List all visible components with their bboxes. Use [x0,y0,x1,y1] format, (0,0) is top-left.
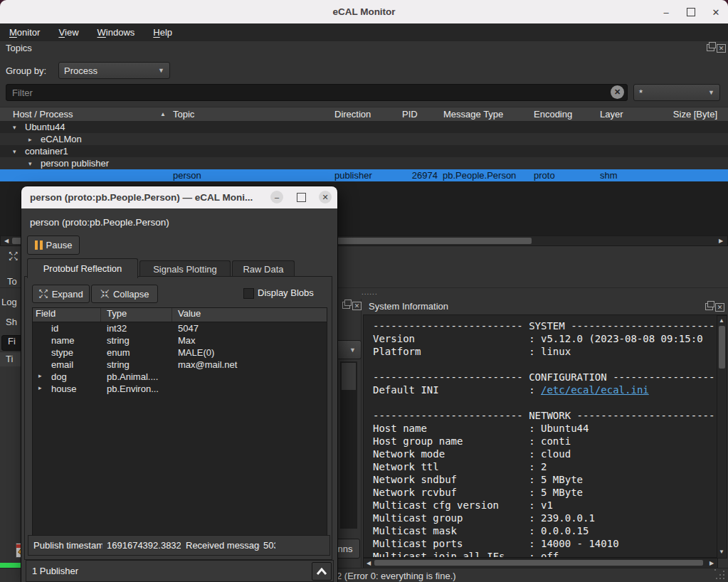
chevron-down-icon[interactable]: ▾ [13,124,20,131]
system-info-hscrollbar[interactable]: ◀ ▶ [363,558,718,568]
column-header-field[interactable]: Field [33,308,101,322]
tab-label: Raw Data [243,264,283,275]
display-blobs-checkbox[interactable] [243,288,254,299]
tree-row-process[interactable]: ▾ person publisher [0,157,728,169]
chevron-down-icon[interactable]: ▾ [13,148,20,155]
column-header-size[interactable]: Size [Byte] [640,109,717,120]
splitter-handle[interactable]: ...... [362,288,378,296]
filter-input[interactable] [6,84,628,101]
cell-type: enum [101,347,172,358]
menu-view[interactable]: View [49,23,88,41]
field-row[interactable]: name string Max [33,334,327,346]
column-header-layer[interactable]: Layer [600,109,623,120]
dock-float-icon[interactable] [705,303,713,310]
dialog-titlebar[interactable]: person (proto:pb.People.Person) — eCAL M… [21,186,337,208]
filter-fragment-text: Fi [8,336,16,346]
filter-scope-value: * [639,88,643,98]
column-header-host-process[interactable]: Host / Process [13,109,73,120]
tree-row-process[interactable]: ▸ eCALMon [0,133,728,145]
chevron-down-icon[interactable]: ▾ [28,160,36,167]
scrollbar-thumb[interactable] [719,326,725,369]
scrollbar-fragment[interactable] [340,361,357,529]
tab-protobuf-reflection[interactable]: Protobuf Reflection [27,258,138,278]
table-row-selected[interactable]: person publisher 26974 pb.People.Person … [0,169,728,181]
chevron-right-icon[interactable]: ▸ [38,372,46,379]
column-header-type[interactable]: Type [101,308,172,322]
menu-windows[interactable]: Windows [88,23,144,41]
field-row[interactable]: id int32 5047 [33,322,327,334]
group-by-select[interactable]: Process ▼ [58,62,170,79]
cell-direction: publisher [334,170,372,181]
cell-field: stype [33,347,101,358]
scrollbar-thumb[interactable] [342,363,356,390]
fields-table: Field Type Value id int32 5047 name stri… [32,307,327,536]
column-header-pid[interactable]: PID [402,109,418,120]
clear-filter-icon[interactable]: ✕ [611,85,624,99]
cell-type: string [101,335,172,346]
dock-close-icon[interactable]: ✕ [352,302,362,310]
time-column-fragment[interactable]: Ti [0,351,21,366]
column-header-message-type[interactable]: Message Type [443,109,503,120]
chevron-right-icon[interactable]: ▸ [38,384,46,391]
tab-raw-data[interactable]: Raw Data [232,260,295,277]
close-icon[interactable]: ✕ [319,191,332,203]
cell-field: email [33,359,101,370]
expand-footer-button[interactable] [312,562,332,581]
menu-help[interactable]: Help [144,23,181,41]
cell-encoding: proto [534,170,555,181]
scroll-left-icon[interactable]: ◀ [364,559,373,567]
dock-float-icon[interactable] [707,44,714,51]
expand-button[interactable]: ↖↗↙↘ Expand [32,285,90,303]
resize-grip-icon[interactable] [714,569,726,581]
field-row[interactable]: email string max@mail.net [33,359,327,371]
chevron-right-icon[interactable]: ▸ [28,136,36,143]
dock-float-icon[interactable] [342,302,350,309]
tab-signals-plotting[interactable]: Signals Plotting [139,260,231,277]
scroll-down-icon[interactable]: ▼ [717,548,726,556]
collapse-button[interactable]: ↘↙↗↖ Collapse [91,285,158,303]
ecal-monitor-window: eCAL Monitor – ✕ Monitor View Windows He… [0,0,728,582]
expand-icon[interactable]: ↖↗↙↘ [9,251,18,261]
collapse-icon: ↘↙↗↖ [100,289,110,299]
tab-label: Signals Plotting [153,264,217,275]
system-info-ini-label: Default INI : [373,384,541,396]
window-titlebar[interactable]: eCAL Monitor [0,0,728,23]
cell-message-type: pb.People.Person [443,170,516,181]
field-row[interactable]: ▸dog pb.Animal.... [33,371,327,383]
system-info-vscrollbar[interactable]: ▲ ▼ [717,315,727,559]
cell-field: ▸house [33,383,101,394]
minimize-icon[interactable]: – [660,6,672,18]
menu-monitor[interactable]: Monitor [0,23,49,41]
scrollbar-thumb[interactable] [374,560,703,566]
scroll-right-icon[interactable]: ▶ [707,559,716,567]
dock-close-icon[interactable]: ✕ [717,44,726,53]
splitter[interactable] [361,299,362,568]
close-icon[interactable]: ✕ [709,6,722,18]
button-fragment-text: nns [338,544,353,554]
maximize-icon[interactable] [685,6,697,18]
maximize-icon[interactable] [297,193,306,202]
pause-button[interactable]: Pause [27,236,80,255]
column-header-encoding[interactable]: Encoding [534,109,572,120]
dock-close-icon[interactable]: ✕ [715,303,724,312]
field-row[interactable]: ▸house pb.Environ... [33,383,327,395]
scroll-right-icon[interactable]: ▶ [717,236,725,245]
chevron-down-icon: ▼ [158,67,164,74]
system-info-text: ------------------------- SYSTEM -------… [373,319,716,557]
filter-scope-select[interactable]: * ▼ [633,84,720,101]
combo-fragment[interactable]: ▼ [334,340,362,359]
tree-row-host[interactable]: ▾ container1 [0,145,728,157]
scroll-up-icon[interactable]: ▲ [717,317,726,324]
field-row[interactable]: stype enum MALE(0) [33,346,327,359]
system-info-panel-title: System Information [369,301,448,312]
column-header-value[interactable]: Value [172,308,327,322]
column-header-direction[interactable]: Direction [334,109,371,120]
ini-file-link[interactable]: /etc/ecal/ecal.ini [541,384,649,396]
minimize-icon[interactable]: – [270,191,283,203]
column-header-topic[interactable]: Topic [173,109,194,120]
statusbar-message: 2 (Error 0: everything is fine.) [337,571,456,581]
scroll-left-icon[interactable]: ◀ [2,236,11,245]
tab-fragment[interactable]: To [7,276,17,287]
tree-row-label: eCALMon [41,134,82,144]
tree-row-host[interactable]: ▾ Ubuntu44 [0,121,728,133]
